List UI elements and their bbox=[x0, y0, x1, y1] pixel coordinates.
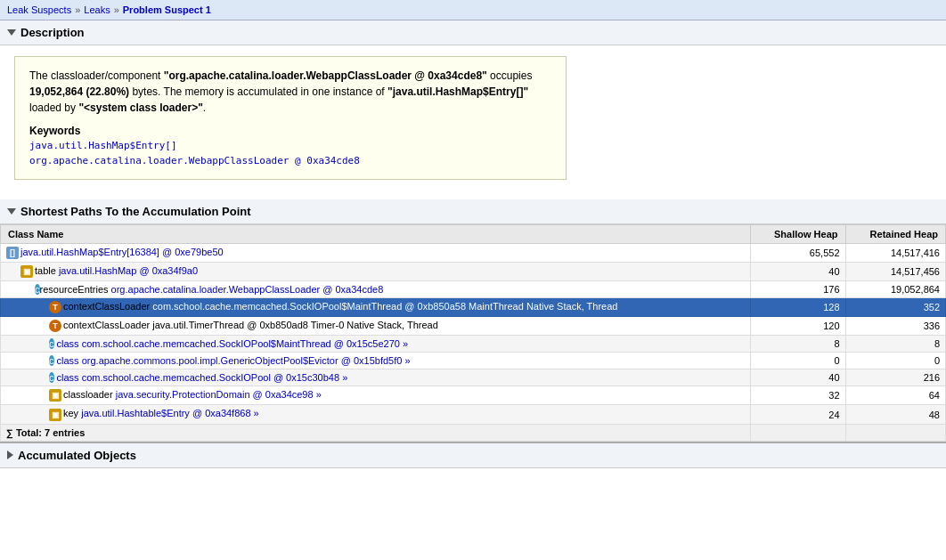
arrow-icon: » bbox=[404, 355, 410, 366]
class-name-cell: ▣table java.util.HashMap @ 0xa34f9a0 bbox=[1, 263, 751, 281]
shallow-heap-cell: 0 bbox=[750, 353, 845, 369]
breadcrumb-sep-1: » bbox=[75, 4, 80, 15]
class-link[interactable]: org.apache.catalina.loader.WebappClassLo… bbox=[111, 284, 384, 295]
shallow-heap-cell: 40 bbox=[750, 263, 845, 281]
retained-heap-cell: 48 bbox=[845, 405, 945, 424]
class-icon: T bbox=[49, 301, 61, 313]
keyword-1: java.util.HashMap$Entry[] bbox=[29, 139, 551, 154]
breadcrumb-leak-suspects[interactable]: Leak Suspects bbox=[7, 4, 71, 15]
accumulated-objects-collapse-icon[interactable] bbox=[7, 450, 13, 459]
ref-icon: c bbox=[49, 372, 54, 383]
table-row[interactable]: c class org.apache.commons.pool.impl.Gen… bbox=[1, 353, 946, 369]
breadcrumb-problem-suspect[interactable]: Problem Suspect 1 bbox=[123, 4, 211, 15]
shortest-paths-header: Shortest Paths To the Accumulation Point bbox=[0, 199, 946, 224]
accumulated-objects-header: Accumulated Objects bbox=[0, 443, 946, 468]
accumulated-objects-section: Accumulated Objects bbox=[0, 442, 946, 468]
field-prefix: contextClassLoader bbox=[63, 301, 152, 312]
shallow-heap-cell bbox=[750, 424, 845, 441]
shortest-paths-title: Shortest Paths To the Accumulation Point bbox=[20, 205, 251, 218]
class-label: java.util.TimerThread @ 0xb850ad8 Timer-… bbox=[152, 320, 438, 330]
description-collapse-icon[interactable] bbox=[7, 29, 16, 36]
class-link[interactable]: class com.school.cache.memcached.SockIOP… bbox=[57, 338, 400, 349]
class-name-cell: ∑ Total: 7 entries bbox=[1, 424, 751, 441]
retained-heap-cell: 336 bbox=[845, 317, 945, 336]
arrow-icon: » bbox=[316, 389, 322, 400]
obj-icon: ▣ bbox=[49, 389, 61, 402]
field-prefix: key bbox=[63, 408, 81, 418]
class-link[interactable]: java.util.HashMap @ 0xa34f9a0 bbox=[59, 265, 198, 276]
obj-icon: ▣ bbox=[20, 265, 33, 278]
retained-heap-cell: 8 bbox=[845, 336, 945, 353]
ref-icon: c bbox=[49, 355, 54, 366]
class-name-cell: TcontextClassLoader com.school.cache.mem… bbox=[1, 298, 751, 317]
retained-heap-cell: 14,517,416 bbox=[845, 244, 945, 263]
field-prefix: contextClassLoader bbox=[63, 320, 152, 330]
class-link[interactable]: java.util.Hashtable$Entry @ 0xa34f868 bbox=[81, 408, 250, 418]
table-row: ∑ Total: 7 entries bbox=[1, 424, 946, 441]
table-row[interactable]: c class com.school.cache.memcached.SockI… bbox=[1, 369, 946, 386]
shortest-paths-table-section: Class Name Shallow Heap Retained Heap []… bbox=[0, 224, 946, 442]
arrow-icon: » bbox=[342, 372, 347, 383]
class-link[interactable]: java.util.HashMap$Entry[16384] @ 0xe79be… bbox=[20, 247, 224, 257]
breadcrumb-sep-2: » bbox=[114, 4, 119, 15]
class-name-cell: c class com.school.cache.memcached.SockI… bbox=[1, 336, 751, 353]
table-row[interactable]: cresourceEntries org.apache.catalina.loa… bbox=[1, 281, 946, 298]
shallow-heap-cell: 176 bbox=[750, 281, 845, 298]
shortest-paths-collapse-icon[interactable] bbox=[7, 208, 16, 215]
arrow-icon: » bbox=[403, 338, 408, 349]
shallow-heap-cell: 32 bbox=[750, 386, 845, 405]
retained-heap-cell bbox=[845, 424, 945, 441]
table-row: TcontextClassLoader java.util.TimerThrea… bbox=[1, 317, 946, 336]
table-header-row: Class Name Shallow Heap Retained Heap bbox=[1, 225, 946, 244]
class-name-cell: TcontextClassLoader java.util.TimerThrea… bbox=[1, 317, 751, 336]
class-link[interactable]: java.security.ProtectionDomain @ 0xa34ce… bbox=[116, 389, 314, 400]
description-section-header: Description bbox=[0, 20, 946, 45]
shallow-heap-cell: 40 bbox=[750, 369, 845, 386]
class-name-cell: c class com.school.cache.memcached.SockI… bbox=[1, 369, 751, 386]
class-link[interactable]: com.school.cache.memcached.SockIOPool$Ma… bbox=[152, 301, 617, 312]
col-class-name: Class Name bbox=[1, 225, 751, 244]
table-row[interactable]: TcontextClassLoader com.school.cache.mem… bbox=[1, 298, 946, 317]
table-row[interactable]: []java.util.HashMap$Entry[16384] @ 0xe79… bbox=[1, 244, 946, 263]
retained-heap-cell: 64 bbox=[845, 386, 945, 405]
class-name-cell: ▣classloader java.security.ProtectionDom… bbox=[1, 386, 751, 405]
class-name-cell: []java.util.HashMap$Entry[16384] @ 0xe79… bbox=[1, 244, 751, 263]
field-prefix: resourceEntries bbox=[40, 284, 111, 295]
breadcrumb: Leak Suspects » Leaks » Problem Suspect … bbox=[0, 0, 946, 20]
key-icon: ▣ bbox=[49, 409, 61, 421]
field-prefix: classloader bbox=[63, 389, 116, 400]
retained-heap-cell: 19,052,864 bbox=[845, 281, 945, 298]
ref-icon: c bbox=[49, 338, 54, 349]
shortest-paths-table: Class Name Shallow Heap Retained Heap []… bbox=[0, 224, 946, 442]
description-content: The classloader/component "org.apache.ca… bbox=[0, 45, 946, 199]
field-prefix: table bbox=[35, 265, 59, 276]
description-text: The classloader/component "org.apache.ca… bbox=[29, 68, 551, 116]
col-shallow-heap: Shallow Heap bbox=[750, 225, 845, 244]
description-title: Description bbox=[20, 26, 85, 39]
keyword-2: org.apache.catalina.loader.WebappClassLo… bbox=[29, 154, 551, 169]
class-name-cell: ▣key java.util.Hashtable$Entry @ 0xa34f8… bbox=[1, 405, 751, 424]
retained-heap-cell: 14,517,456 bbox=[845, 263, 945, 281]
shallow-heap-cell: 24 bbox=[750, 405, 845, 424]
table-row[interactable]: c class com.school.cache.memcached.SockI… bbox=[1, 336, 946, 353]
col-retained-heap: Retained Heap bbox=[845, 225, 945, 244]
class-link[interactable]: class com.school.cache.memcached.SockIOP… bbox=[57, 372, 340, 383]
table-row[interactable]: ▣classloader java.security.ProtectionDom… bbox=[1, 386, 946, 405]
table-row[interactable]: ▣table java.util.HashMap @ 0xa34f9a04014… bbox=[1, 263, 946, 281]
shallow-heap-cell: 120 bbox=[750, 317, 845, 336]
total-label: ∑ Total: 7 entries bbox=[6, 427, 85, 438]
class-name-cell: c class org.apache.commons.pool.impl.Gen… bbox=[1, 353, 751, 369]
breadcrumb-leaks[interactable]: Leaks bbox=[84, 4, 110, 15]
accumulated-objects-title: Accumulated Objects bbox=[18, 449, 136, 462]
shallow-heap-cell: 128 bbox=[750, 298, 845, 317]
array-icon: [] bbox=[6, 247, 19, 259]
shallow-heap-cell: 8 bbox=[750, 336, 845, 353]
keywords-section: Keywords java.util.HashMap$Entry[] org.a… bbox=[29, 123, 551, 168]
table-row[interactable]: ▣key java.util.Hashtable$Entry @ 0xa34f8… bbox=[1, 405, 946, 424]
retained-heap-cell: 352 bbox=[845, 298, 945, 317]
class-link[interactable]: class org.apache.commons.pool.impl.Gener… bbox=[57, 355, 403, 366]
class-name-cell: cresourceEntries org.apache.catalina.loa… bbox=[1, 281, 751, 298]
shallow-heap-cell: 65,552 bbox=[750, 244, 845, 263]
keywords-label: Keywords bbox=[29, 123, 551, 139]
retained-heap-cell: 0 bbox=[845, 353, 945, 369]
